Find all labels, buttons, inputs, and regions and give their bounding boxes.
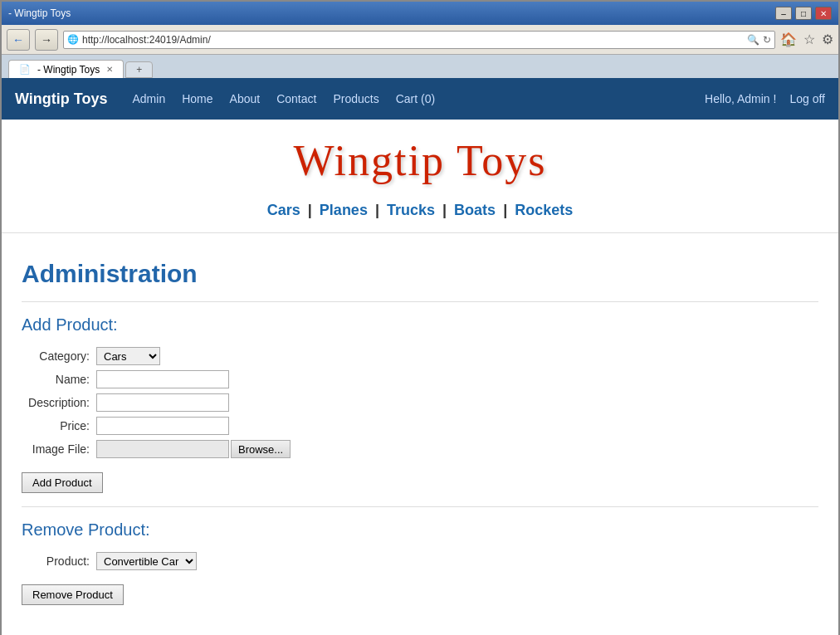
tab-close-icon[interactable]: ✕ <box>106 65 113 74</box>
active-tab[interactable]: 📄 - Wingtip Toys ✕ <box>8 60 124 78</box>
address-input[interactable] <box>82 34 744 46</box>
remove-product-heading: Remove Product: <box>22 520 818 540</box>
navbar-logoff[interactable]: Log off <box>789 92 825 105</box>
back-button[interactable]: ← <box>7 29 30 51</box>
category-select[interactable]: Cars Planes Trucks Boats Rockets <box>96 347 160 365</box>
price-input[interactable] <box>96 417 229 435</box>
window-controls: – □ ✕ <box>775 7 832 20</box>
navbar-brand[interactable]: Wingtip Toys <box>15 90 108 108</box>
cat-trucks[interactable]: Trucks <box>387 202 435 218</box>
add-product-button[interactable]: Add Product <box>22 472 103 493</box>
name-row: Name: <box>22 368 297 391</box>
page-content: Wingtip Toys Admin Home About Contact Pr… <box>2 78 838 635</box>
navbar-contact[interactable]: Contact <box>276 92 316 105</box>
browser-icons: 🏠 ☆ ⚙ <box>780 32 833 47</box>
sep-2: | <box>375 202 379 218</box>
category-label: Category: <box>22 344 96 368</box>
image-file-row: Image File: Browse... <box>22 437 297 461</box>
navbar-about[interactable]: About <box>230 92 261 105</box>
file-input-display <box>96 440 229 458</box>
settings-icon[interactable]: ⚙ <box>822 32 833 47</box>
sep-4: | <box>503 202 507 218</box>
close-button[interactable]: ✕ <box>815 7 832 20</box>
title-bar: - Wingtip Toys – □ ✕ <box>2 2 838 25</box>
price-row: Price: <box>22 414 297 437</box>
cat-planes[interactable]: Planes <box>320 202 368 218</box>
name-label: Name: <box>22 368 96 391</box>
navbar-cart[interactable]: Cart (0) <box>396 92 435 105</box>
forward-button[interactable]: → <box>35 29 58 51</box>
minimize-button[interactable]: – <box>775 7 792 20</box>
hero-section: Wingtip Toys <box>2 120 838 193</box>
remove-product-form: Product: Convertible Car Rocket Ship Toy… <box>22 550 203 573</box>
remove-divider <box>22 506 818 507</box>
navbar-hello: Hello, Admin ! <box>705 92 776 105</box>
product-row: Product: Convertible Car Rocket Ship Toy… <box>22 550 203 573</box>
image-file-label: Image File: <box>22 437 96 461</box>
navbar-admin[interactable]: Admin <box>133 92 166 105</box>
price-label: Price: <box>22 414 96 437</box>
admin-section: Administration Add Product: Category: Ca… <box>2 247 838 625</box>
browser-toolbar: ← → 🌐 🔍 ↻ 🏠 ☆ ⚙ <box>2 25 838 55</box>
admin-divider <box>22 301 818 302</box>
file-input-container: Browse... <box>96 440 291 458</box>
tab-label: - Wingtip Toys <box>37 64 100 76</box>
home-icon[interactable]: 🏠 <box>780 32 797 47</box>
cat-boats[interactable]: Boats <box>454 202 496 218</box>
description-input[interactable] <box>96 393 229 412</box>
navbar-home[interactable]: Home <box>182 92 212 105</box>
cat-rockets[interactable]: Rockets <box>515 202 573 218</box>
star-icon[interactable]: ☆ <box>803 32 815 47</box>
category-row: Category: Cars Planes Trucks Boats Rocke… <box>22 344 297 368</box>
browse-button[interactable]: Browse... <box>231 440 291 458</box>
maximize-button[interactable]: □ <box>795 7 812 20</box>
address-search-icon[interactable]: 🔍 <box>747 34 759 46</box>
tab-favicon: 📄 <box>19 64 31 75</box>
name-input[interactable] <box>96 370 229 388</box>
window-title: - Wingtip Toys <box>8 7 71 19</box>
navbar-products[interactable]: Products <box>333 92 378 105</box>
tab-bar: 📄 - Wingtip Toys ✕ + <box>2 55 838 78</box>
sep-1: | <box>308 202 312 218</box>
sep-3: | <box>442 202 447 218</box>
navbar: Wingtip Toys Admin Home About Contact Pr… <box>2 78 838 120</box>
address-bar: 🌐 🔍 ↻ <box>63 31 775 49</box>
product-label: Product: <box>22 550 96 573</box>
hero-divider <box>2 232 838 233</box>
remove-product-button[interactable]: Remove Product <box>22 584 124 605</box>
add-product-heading: Add Product: <box>22 315 818 335</box>
category-nav: Cars | Planes | Trucks | Boats | Rockets <box>2 193 838 232</box>
description-row: Description: <box>22 391 297 414</box>
cat-cars[interactable]: Cars <box>267 202 300 218</box>
add-product-form: Category: Cars Planes Trucks Boats Rocke… <box>22 344 297 461</box>
navbar-right: Hello, Admin ! Log off <box>705 92 825 105</box>
product-select[interactable]: Convertible Car Rocket Ship Toy Plane Bo… <box>96 552 197 570</box>
admin-title: Administration <box>22 260 818 288</box>
address-icon: 🌐 <box>67 34 79 45</box>
refresh-icon[interactable]: ↻ <box>763 34 771 46</box>
new-tab-button[interactable]: + <box>125 61 153 78</box>
browser-window: - Wingtip Toys – □ ✕ ← → 🌐 🔍 ↻ 🏠 ☆ ⚙ 📄 -… <box>0 0 840 635</box>
hero-title: Wingtip Toys <box>2 136 838 185</box>
description-label: Description: <box>22 391 96 414</box>
